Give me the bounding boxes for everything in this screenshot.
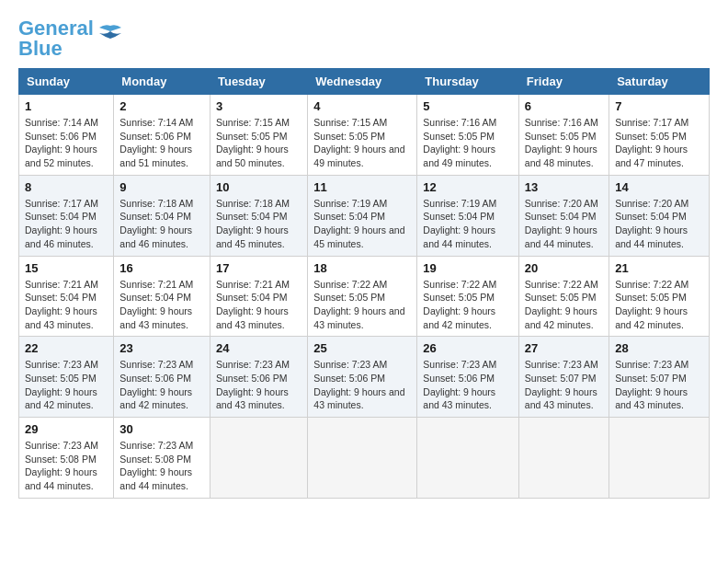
week-row-1: 1 Sunrise: 7:14 AM Sunset: 5:06 PM Dayli… <box>19 95 710 176</box>
day-info: Sunrise: 7:23 AM Sunset: 5:08 PM Dayligh… <box>119 439 204 493</box>
page-header: General Blue <box>18 18 710 59</box>
day-cell-26: 26 Sunrise: 7:23 AM Sunset: 5:06 PM Dayl… <box>417 337 519 418</box>
week-row-4: 22 Sunrise: 7:23 AM Sunset: 5:05 PM Dayl… <box>19 337 710 418</box>
header-saturday: Saturday <box>609 69 710 95</box>
day-info: Sunrise: 7:21 AM Sunset: 5:04 PM Dayligh… <box>119 278 204 332</box>
empty-cell <box>417 418 519 499</box>
day-info: Sunrise: 7:21 AM Sunset: 5:04 PM Dayligh… <box>216 278 301 332</box>
day-cell-11: 11 Sunrise: 7:19 AM Sunset: 5:04 PM Dayl… <box>308 175 417 256</box>
header-sunday: Sunday <box>19 69 114 95</box>
empty-cell <box>308 418 417 499</box>
day-info: Sunrise: 7:23 AM Sunset: 5:06 PM Dayligh… <box>313 358 411 412</box>
day-number: 29 <box>25 422 108 436</box>
empty-cell <box>518 418 609 499</box>
day-cell-25: 25 Sunrise: 7:23 AM Sunset: 5:06 PM Dayl… <box>308 337 417 418</box>
day-number: 1 <box>25 99 108 113</box>
day-number: 27 <box>525 341 603 355</box>
week-row-2: 8 Sunrise: 7:17 AM Sunset: 5:04 PM Dayli… <box>19 175 710 256</box>
day-number: 5 <box>423 99 513 113</box>
day-info: Sunrise: 7:22 AM Sunset: 5:05 PM Dayligh… <box>313 278 411 332</box>
day-info: Sunrise: 7:20 AM Sunset: 5:04 PM Dayligh… <box>525 197 603 251</box>
day-cell-13: 13 Sunrise: 7:20 AM Sunset: 5:04 PM Dayl… <box>518 175 609 256</box>
empty-cell <box>609 418 710 499</box>
day-cell-1: 1 Sunrise: 7:14 AM Sunset: 5:06 PM Dayli… <box>19 95 114 176</box>
day-info: Sunrise: 7:23 AM Sunset: 5:06 PM Dayligh… <box>119 358 204 412</box>
day-info: Sunrise: 7:18 AM Sunset: 5:04 PM Dayligh… <box>119 197 204 251</box>
day-number: 7 <box>615 99 703 113</box>
day-number: 2 <box>119 99 204 113</box>
day-cell-28: 28 Sunrise: 7:23 AM Sunset: 5:07 PM Dayl… <box>609 337 710 418</box>
day-cell-10: 10 Sunrise: 7:18 AM Sunset: 5:04 PM Dayl… <box>210 175 307 256</box>
day-cell-22: 22 Sunrise: 7:23 AM Sunset: 5:05 PM Dayl… <box>19 337 114 418</box>
day-cell-30: 30 Sunrise: 7:23 AM Sunset: 5:08 PM Dayl… <box>114 418 210 499</box>
day-cell-16: 16 Sunrise: 7:21 AM Sunset: 5:04 PM Dayl… <box>114 256 210 337</box>
logo: General Blue <box>18 18 123 59</box>
day-number: 20 <box>525 261 603 275</box>
day-info: Sunrise: 7:18 AM Sunset: 5:04 PM Dayligh… <box>216 197 301 251</box>
day-info: Sunrise: 7:21 AM Sunset: 5:04 PM Dayligh… <box>25 278 108 332</box>
day-info: Sunrise: 7:17 AM Sunset: 5:05 PM Dayligh… <box>615 116 703 170</box>
day-info: Sunrise: 7:23 AM Sunset: 5:06 PM Dayligh… <box>423 358 513 412</box>
day-cell-7: 7 Sunrise: 7:17 AM Sunset: 5:05 PM Dayli… <box>609 95 710 176</box>
day-cell-14: 14 Sunrise: 7:20 AM Sunset: 5:04 PM Dayl… <box>609 175 710 256</box>
logo-bird-icon <box>97 24 123 44</box>
day-cell-23: 23 Sunrise: 7:23 AM Sunset: 5:06 PM Dayl… <box>114 337 210 418</box>
day-cell-2: 2 Sunrise: 7:14 AM Sunset: 5:06 PM Dayli… <box>114 95 210 176</box>
day-number: 13 <box>525 180 603 194</box>
day-number: 21 <box>615 261 703 275</box>
day-cell-24: 24 Sunrise: 7:23 AM Sunset: 5:06 PM Dayl… <box>210 337 307 418</box>
day-info: Sunrise: 7:16 AM Sunset: 5:05 PM Dayligh… <box>525 116 603 170</box>
day-cell-3: 3 Sunrise: 7:15 AM Sunset: 5:05 PM Dayli… <box>210 95 307 176</box>
day-number: 17 <box>216 261 301 275</box>
day-cell-5: 5 Sunrise: 7:16 AM Sunset: 5:05 PM Dayli… <box>417 95 519 176</box>
day-number: 11 <box>313 180 411 194</box>
day-info: Sunrise: 7:14 AM Sunset: 5:06 PM Dayligh… <box>25 116 108 170</box>
day-cell-18: 18 Sunrise: 7:22 AM Sunset: 5:05 PM Dayl… <box>308 256 417 337</box>
day-number: 25 <box>313 341 411 355</box>
day-info: Sunrise: 7:23 AM Sunset: 5:06 PM Dayligh… <box>216 358 301 412</box>
header-tuesday: Tuesday <box>210 69 307 95</box>
header-thursday: Thursday <box>417 69 519 95</box>
day-info: Sunrise: 7:14 AM Sunset: 5:06 PM Dayligh… <box>119 116 204 170</box>
day-number: 10 <box>216 180 301 194</box>
day-cell-4: 4 Sunrise: 7:15 AM Sunset: 5:05 PM Dayli… <box>308 95 417 176</box>
day-number: 9 <box>119 180 204 194</box>
day-cell-9: 9 Sunrise: 7:18 AM Sunset: 5:04 PM Dayli… <box>114 175 210 256</box>
day-info: Sunrise: 7:23 AM Sunset: 5:07 PM Dayligh… <box>525 358 603 412</box>
day-number: 24 <box>216 341 301 355</box>
day-number: 30 <box>119 422 204 436</box>
day-info: Sunrise: 7:23 AM Sunset: 5:07 PM Dayligh… <box>615 358 703 412</box>
day-number: 23 <box>119 341 204 355</box>
day-cell-8: 8 Sunrise: 7:17 AM Sunset: 5:04 PM Dayli… <box>19 175 114 256</box>
day-number: 19 <box>423 261 513 275</box>
day-cell-6: 6 Sunrise: 7:16 AM Sunset: 5:05 PM Dayli… <box>518 95 609 176</box>
day-number: 16 <box>119 261 204 275</box>
week-row-3: 15 Sunrise: 7:21 AM Sunset: 5:04 PM Dayl… <box>19 256 710 337</box>
header-friday: Friday <box>518 69 609 95</box>
day-cell-27: 27 Sunrise: 7:23 AM Sunset: 5:07 PM Dayl… <box>518 337 609 418</box>
calendar-table: SundayMondayTuesdayWednesdayThursdayFrid… <box>18 68 710 499</box>
logo-blue: Blue <box>18 37 63 60</box>
day-number: 4 <box>313 99 411 113</box>
day-cell-19: 19 Sunrise: 7:22 AM Sunset: 5:05 PM Dayl… <box>417 256 519 337</box>
day-info: Sunrise: 7:17 AM Sunset: 5:04 PM Dayligh… <box>25 197 108 251</box>
day-info: Sunrise: 7:23 AM Sunset: 5:05 PM Dayligh… <box>25 358 108 412</box>
day-cell-21: 21 Sunrise: 7:22 AM Sunset: 5:05 PM Dayl… <box>609 256 710 337</box>
day-cell-29: 29 Sunrise: 7:23 AM Sunset: 5:08 PM Dayl… <box>19 418 114 499</box>
day-number: 12 <box>423 180 513 194</box>
day-info: Sunrise: 7:22 AM Sunset: 5:05 PM Dayligh… <box>615 278 703 332</box>
day-cell-15: 15 Sunrise: 7:21 AM Sunset: 5:04 PM Dayl… <box>19 256 114 337</box>
week-row-5: 29 Sunrise: 7:23 AM Sunset: 5:08 PM Dayl… <box>19 418 710 499</box>
day-info: Sunrise: 7:19 AM Sunset: 5:04 PM Dayligh… <box>423 197 513 251</box>
day-info: Sunrise: 7:22 AM Sunset: 5:05 PM Dayligh… <box>423 278 513 332</box>
day-info: Sunrise: 7:19 AM Sunset: 5:04 PM Dayligh… <box>313 197 411 251</box>
day-number: 3 <box>216 99 301 113</box>
day-cell-17: 17 Sunrise: 7:21 AM Sunset: 5:04 PM Dayl… <box>210 256 307 337</box>
day-info: Sunrise: 7:16 AM Sunset: 5:05 PM Dayligh… <box>423 116 513 170</box>
day-info: Sunrise: 7:20 AM Sunset: 5:04 PM Dayligh… <box>615 197 703 251</box>
day-info: Sunrise: 7:22 AM Sunset: 5:05 PM Dayligh… <box>525 278 603 332</box>
header-row: SundayMondayTuesdayWednesdayThursdayFrid… <box>19 69 710 95</box>
day-number: 14 <box>615 180 703 194</box>
header-wednesday: Wednesday <box>308 69 417 95</box>
day-number: 8 <box>25 180 108 194</box>
